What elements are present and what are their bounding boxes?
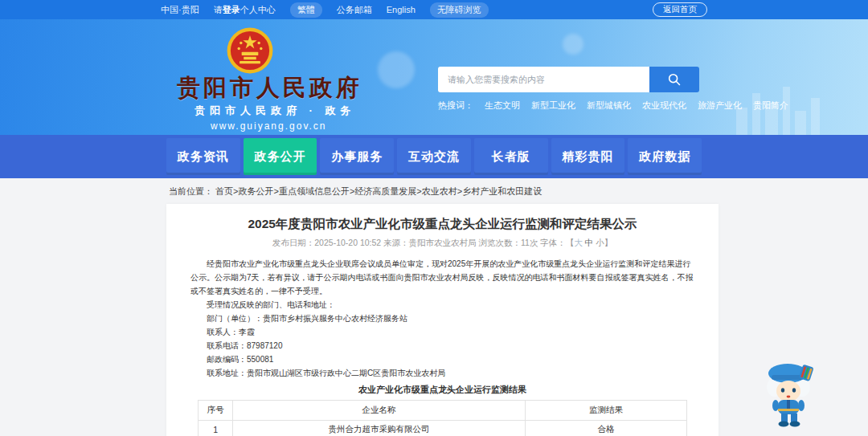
nav-item-senior-version[interactable]: 长者版 — [474, 138, 548, 175]
nav-item-gov-data[interactable]: 政府数据 — [628, 138, 702, 175]
mascot-figure[interactable] — [757, 357, 821, 430]
paragraph: 受理情况反映的部门、电话和地址： — [190, 298, 694, 312]
breadcrumb: 当前位置： 首页>政务公开>重点领域信息公开>经济高质量发展>农业农村>乡村产业… — [169, 185, 868, 198]
article-body: 经贵阳市农业产业化市级重点龙头企业联席会议成员单位审定，现对2025年开展的农业… — [190, 257, 694, 380]
hot-word[interactable]: 贵阳简介 — [753, 100, 788, 112]
font-size-small-button[interactable]: 小 — [596, 238, 604, 247]
nav-item-news[interactable]: 政务资讯 — [166, 138, 240, 175]
site-logo-block: 贵阳市人民政府 贵阳市人民政府 · 政务 www.guiyang.gov.cn — [177, 26, 466, 132]
header-result: 监测结果 — [526, 401, 686, 421]
main-navigation: 政务资讯 政务公开 办事服务 互动交流 长者版 精彩贵阳 政府数据 — [0, 135, 868, 178]
site-title[interactable]: 贵阳市人民政府 — [177, 75, 466, 100]
table-caption: 农业产业化市级重点龙头企业运行监测结果 — [190, 384, 694, 396]
link-traditional-chinese[interactable]: 繁體 — [290, 2, 322, 18]
topbar-links: 中国·贵阳 请登录个人中心 繁體 公务邮箱 English 无障碍浏览 — [161, 2, 489, 18]
hot-word[interactable]: 新型城镇化 — [587, 100, 631, 112]
views-label: 浏览次数： — [479, 238, 522, 247]
hot-word[interactable]: 新型工业化 — [531, 100, 575, 112]
source-label: 来源： — [383, 238, 409, 247]
article-panel: 2025年度贵阳市农业产业化市级重点龙头企业运行监测和评定结果公示 发布日期：2… — [166, 204, 719, 436]
contact-address: 联系地址：贵阳市观山湖区市级行政中心二期C区贵阳市农业农村局 — [190, 366, 694, 380]
link-official-mail[interactable]: 公务邮箱 — [337, 4, 372, 16]
publish-date: 2025-10-20 10:52 — [314, 238, 381, 247]
postal-code: 邮政编码：550081 — [190, 352, 694, 366]
national-emblem-icon — [225, 26, 275, 75]
cell-result: 合格 — [526, 421, 686, 436]
cell-seq: 1 — [199, 421, 233, 436]
font-size-large-button[interactable]: 大 — [574, 238, 583, 247]
font-size-medium-button[interactable]: 中 — [585, 238, 594, 247]
search-button[interactable] — [649, 67, 699, 92]
paragraph: 经贵阳市农业产业化市级重点龙头企业联席会议成员单位审定，现对2025年开展的农业… — [190, 257, 694, 298]
hot-word[interactable]: 旅游产业化 — [698, 100, 742, 112]
breadcrumb-label: 当前位置： — [169, 186, 213, 196]
breadcrumb-path[interactable]: 首页>政务公开>重点领域信息公开>经济高质量发展>农业农村>乡村产业和农田建设 — [215, 186, 542, 196]
font-size-label-close: 】 — [604, 238, 613, 247]
link-accessibility[interactable]: 无障碍浏览 — [430, 2, 489, 18]
search-input[interactable] — [438, 67, 649, 92]
site-header-banner: 贵阳市人民政府 贵阳市人民政府 · 政务 www.guiyang.gov.cn … — [0, 19, 868, 135]
top-utility-bar: 中国·贵阳 请登录个人中心 繁體 公务邮箱 English 无障碍浏览 返回首页 — [0, 0, 868, 19]
source: 贵阳市农业农村局 — [409, 238, 477, 247]
hot-search-label: 热搜词： — [438, 100, 473, 112]
table-row: 1 贵州合力超市采购有限公司 合格 — [199, 421, 686, 436]
link-english[interactable]: English — [387, 5, 416, 14]
back-home-button[interactable]: 返回首页 — [653, 2, 707, 17]
header-seq: 序号 — [199, 401, 233, 421]
nav-item-splendid-guiyang[interactable]: 精彩贵阳 — [551, 138, 625, 175]
nav-item-interaction[interactable]: 互动交流 — [397, 138, 471, 175]
article-title: 2025年度贵阳市农业产业化市级重点龙头企业运行监测和评定结果公示 — [190, 215, 694, 232]
article-meta: 发布日期：2025-10-20 10:52 来源：贵阳市农业农村局 浏览次数：1… — [190, 238, 694, 249]
site-url: www.guiyang.gov.cn — [177, 120, 466, 132]
contact-department: 部门（单位）：贵阳市乡村振兴服务中心农村经济服务站 — [190, 312, 694, 325]
search-block: 热搜词： 生态文明 新型工业化 新型城镇化 农业现代化 旅游产业化 贵阳简介 — [438, 67, 699, 112]
table-header-row: 序号 企业名称 监测结果 — [199, 401, 686, 421]
hot-word[interactable]: 生态文明 — [485, 100, 520, 112]
hot-search-words: 热搜词： 生态文明 新型工业化 新型城镇化 农业现代化 旅游产业化 贵阳简介 — [438, 100, 699, 112]
hot-word[interactable]: 农业现代化 — [642, 100, 686, 112]
link-china-guiyang[interactable]: 中国·贵阳 — [161, 4, 199, 16]
nav-item-services[interactable]: 办事服务 — [320, 138, 394, 175]
font-size-label: 字体：【 — [540, 238, 574, 247]
views-count: 11次 — [521, 238, 538, 247]
link-login-center[interactable]: 请登录个人中心 — [214, 4, 276, 16]
monitoring-result-table: 序号 企业名称 监测结果 1 贵州合力超市采购有限公司 合格 2 贵州友禾种业有… — [198, 400, 686, 436]
contact-phone: 联系电话：87987120 — [190, 339, 694, 352]
cell-company-name: 贵州合力超市采购有限公司 — [232, 421, 525, 436]
publish-date-label: 发布日期： — [272, 238, 315, 247]
contact-person: 联系人：李霞 — [190, 325, 694, 339]
header-company-name: 企业名称 — [232, 401, 525, 421]
search-icon — [667, 72, 682, 87]
nav-item-gov-affairs-open[interactable]: 政务公开 — [244, 138, 317, 175]
site-subtitle: 贵阳市人民政府 · 政务 — [177, 104, 466, 118]
